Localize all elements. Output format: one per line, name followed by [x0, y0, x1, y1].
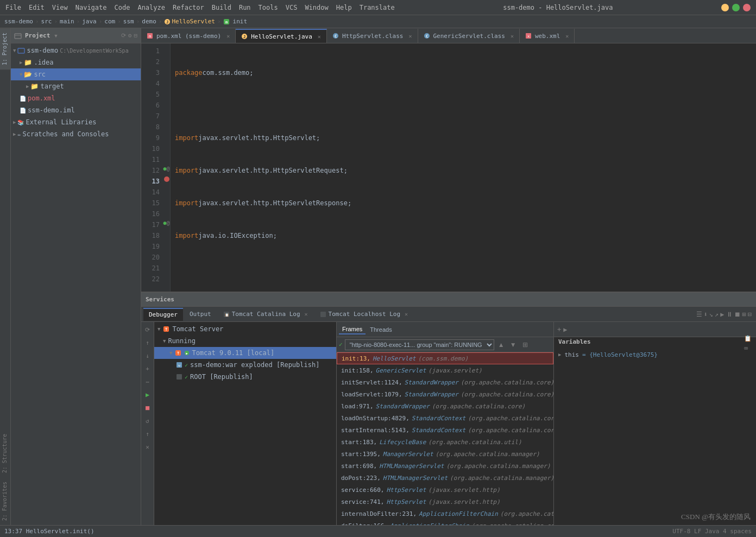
tree-item-idea[interactable]: ▶ 📁 .idea: [11, 56, 141, 68]
tree-item-iml[interactable]: 📄 ssm-demo.iml: [11, 104, 141, 116]
frame-12[interactable]: service:741, HttpServlet (javax.servlet.…: [337, 496, 553, 508]
svc-tomcat-server[interactable]: ▼ T Tomcat Server: [154, 323, 336, 335]
toolbar-menu-btn[interactable]: ☰: [696, 311, 702, 318]
tree-item-scratches[interactable]: ▶ ✏️ Scratches and Consoles: [11, 128, 141, 140]
menu-file[interactable]: File: [5, 4, 21, 11]
tab-webxml-close[interactable]: ✕: [565, 33, 569, 39]
var-this[interactable]: ▶ this = {HelloServlet@3675}: [558, 349, 752, 361]
tab-httpservlet-close[interactable]: ✕: [408, 33, 412, 39]
infinity-icon[interactable]: ∞: [744, 344, 752, 352]
tab-genericservlet-close[interactable]: ✕: [511, 33, 514, 39]
tree-item-target[interactable]: ▶ 📁 target: [11, 80, 141, 92]
project-dropdown[interactable]: ▼: [54, 33, 57, 39]
toolbar-mute-breakpoints[interactable]: ⊟: [748, 311, 752, 318]
tab-genericservlet[interactable]: C GenericServlet.class ✕: [418, 29, 520, 43]
menu-run[interactable]: Run: [239, 4, 251, 11]
toolbar-stop[interactable]: ⏹: [734, 311, 741, 318]
tab-httpservlet[interactable]: C HttpServlet.class ✕: [327, 29, 418, 43]
code-content[interactable]: package com.ssm.demo; import javax.servl…: [171, 43, 756, 292]
breadcrumb-com[interactable]: com: [104, 18, 115, 25]
tree-item-root[interactable]: ▼ ssm-demo C:\DevelopmentWorkSpa: [11, 45, 141, 56]
tree-item-src[interactable]: ▼ 📂 src: [11, 68, 141, 80]
threads-tab-btn[interactable]: Threads: [367, 325, 395, 334]
tab-pom-close[interactable]: ✕: [226, 33, 230, 39]
svc-sync-icon[interactable]: ⟳: [142, 324, 153, 335]
thread-filter[interactable]: ⊞: [520, 340, 530, 350]
menu-edit[interactable]: Edit: [29, 4, 45, 11]
svc-tomcat-local[interactable]: ▼ T ▶ Tomcat 9.0.11 [local]: [154, 347, 336, 359]
breadcrumb-init[interactable]: init: [233, 18, 248, 25]
frame-7[interactable]: start:183, LifecycleBase (org.apache.cat…: [337, 436, 553, 448]
svc-root[interactable]: ✓ ROOT [Republish]: [154, 371, 336, 383]
copy-icon[interactable]: 📋: [744, 335, 752, 342]
favorites-tab[interactable]: 2: Favorites: [0, 477, 10, 525]
settings-icon[interactable]: ⚙: [128, 32, 132, 39]
svc-war-exploded[interactable]: w ✓ ssm-demo:war exploded [Republish]: [154, 359, 336, 371]
sync-icon[interactable]: ⟳: [121, 32, 126, 39]
menu-translate[interactable]: Translate: [360, 4, 395, 11]
svc-debug-icon[interactable]: ■: [142, 402, 153, 413]
menu-analyze[interactable]: Analyze: [137, 4, 165, 11]
svc-filter-icon[interactable]: ⋯: [142, 376, 153, 387]
toolbar-step-out[interactable]: ↗: [715, 311, 719, 318]
breadcrumb-java[interactable]: java: [82, 18, 97, 25]
frame-1[interactable]: init:158, GenericServlet (javax.servlet): [337, 364, 553, 376]
svc-run-icon[interactable]: ▶: [142, 389, 153, 400]
breadcrumb-ssm[interactable]: ssm: [123, 18, 134, 25]
tree-item-ext-libs[interactable]: ▶ 📚 External Libraries: [11, 116, 141, 128]
menu-window[interactable]: Window: [305, 4, 328, 11]
frame-8[interactable]: start:1395, ManagerServlet (org.apache.c…: [337, 448, 553, 460]
breadcrumb-helloservlet[interactable]: JHelloServlet: [164, 18, 215, 25]
breadcrumb-demo[interactable]: demo: [142, 18, 156, 25]
menu-tools[interactable]: Tools: [259, 4, 278, 11]
toolbar-resume[interactable]: ▶: [720, 311, 724, 318]
frame-14[interactable]: doFilter:166, ApplicationFilterChain (or…: [337, 520, 553, 525]
menu-help[interactable]: Help: [336, 4, 352, 11]
project-tab[interactable]: 1: Project: [0, 28, 10, 70]
structure-tab[interactable]: 2: Structure: [0, 429, 10, 477]
menu-code[interactable]: Code: [115, 4, 130, 11]
thread-nav-down[interactable]: ▼: [508, 340, 518, 350]
svc-running[interactable]: ▼ Running: [154, 335, 336, 347]
menu-refactor[interactable]: Refactor: [173, 4, 204, 11]
tab-webxml[interactable]: x web.xml ✕: [520, 29, 575, 43]
toolbar-step-into[interactable]: ↘: [709, 311, 713, 318]
frame-13[interactable]: internalDoFilter:231, ApplicationFilterC…: [337, 508, 553, 520]
frame-4[interactable]: load:971, StandardWrapper (org.apache.ca…: [337, 400, 553, 412]
tab-pom[interactable]: m pom.xml (ssm-demo) ✕: [141, 29, 236, 43]
breakpoint-dot[interactable]: [164, 176, 169, 182]
frame-9[interactable]: start:698, HTMLManagerServlet (org.apach…: [337, 460, 553, 472]
add-watch-btn[interactable]: +: [557, 326, 561, 333]
menu-navigate[interactable]: Navigate: [75, 4, 107, 11]
bottom-tab-output[interactable]: Output: [184, 308, 217, 321]
svc-up-icon[interactable]: ↑: [142, 337, 153, 348]
svc-stop-icon[interactable]: ✕: [142, 441, 153, 452]
svc-add-icon[interactable]: +: [142, 363, 153, 374]
thread-nav-up[interactable]: ▲: [496, 340, 506, 350]
menu-build[interactable]: Build: [212, 4, 231, 11]
svc-deploy-icon[interactable]: ↑: [142, 428, 153, 439]
frame-3[interactable]: loadServlet:1079, StandardWrapper (org.a…: [337, 388, 553, 400]
frame-5[interactable]: loadOnStartup:4829, StandardContext (org…: [337, 412, 553, 424]
menu-vcs[interactable]: VCS: [286, 4, 298, 11]
frame-6[interactable]: startInternal:5143, StandardContext (org…: [337, 424, 553, 436]
toolbar-step-over[interactable]: ⬇: [704, 311, 708, 318]
breadcrumb-src[interactable]: src: [41, 18, 52, 25]
localhost-tab-close[interactable]: ✕: [405, 311, 408, 317]
catalina-tab-close[interactable]: ✕: [305, 311, 308, 317]
svc-down-icon[interactable]: ↓: [142, 350, 153, 361]
menu-view[interactable]: View: [52, 4, 68, 11]
minimize-btn[interactable]: [721, 4, 729, 11]
frame-2[interactable]: initServlet:1124, StandardWrapper (org.a…: [337, 376, 553, 388]
bottom-tab-localhost[interactable]: Tomcat Localhost Log ✕: [314, 308, 413, 321]
breadcrumb-ssm-demo[interactable]: ssm-demo: [4, 18, 33, 25]
frames-tab-btn[interactable]: Frames: [339, 325, 366, 334]
frame-10[interactable]: doPost:223, HTMLManagerServlet (org.apac…: [337, 472, 553, 484]
frame-0[interactable]: init:13, HelloServlet (com.ssm.demo): [337, 352, 553, 364]
toolbar-view-breakpoints[interactable]: ⊞: [742, 311, 746, 318]
gear-icon[interactable]: ⊟: [134, 32, 137, 39]
maximize-btn[interactable]: [732, 4, 740, 11]
tab-helloservlet-close[interactable]: ✕: [318, 34, 321, 40]
breadcrumb-main[interactable]: main: [60, 18, 74, 25]
svc-refresh-icon[interactable]: ↺: [142, 415, 153, 426]
